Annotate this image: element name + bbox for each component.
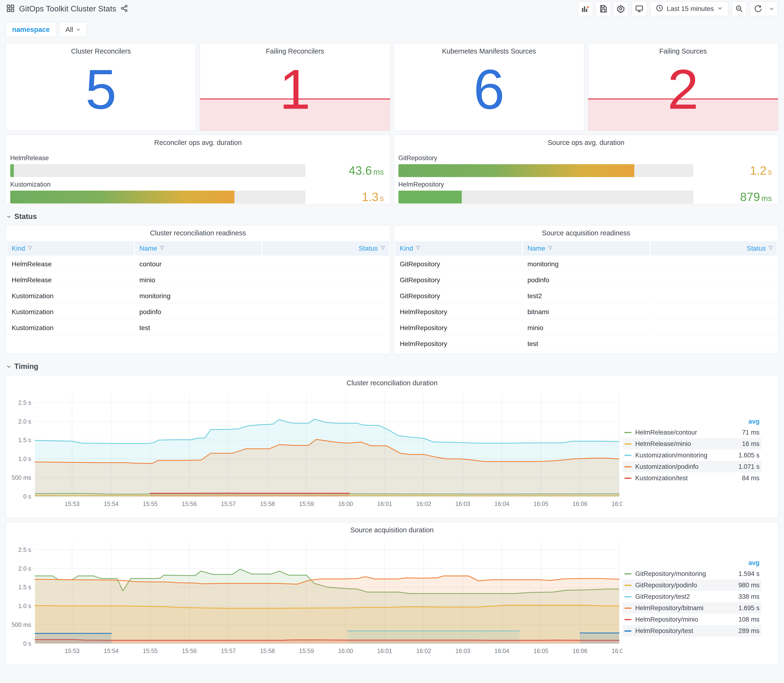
svg-text:1.5 s: 1.5 s [18,584,31,590]
panel-title: Failing Sources [588,43,778,58]
refresh-button[interactable] [750,2,765,16]
gauge-label: GitRepository [398,154,772,162]
series-color-swatch [624,443,632,444]
series-name: Kustomization/test [635,475,719,482]
column-header-kind[interactable]: Kind [395,241,522,256]
svg-text:16:01: 16:01 [377,500,392,507]
filter-funnel-icon[interactable] [415,245,421,250]
variable-namespace-label[interactable]: namespace [6,22,56,37]
svg-text:15:57: 15:57 [221,648,236,654]
section-header-timing[interactable]: Timing [6,362,784,371]
filter-funnel-icon[interactable] [27,245,33,250]
gauge-bar [398,164,635,177]
gauge-panel-reconciler-ops[interactable]: Reconciler ops avg. duration HelmRelease… [6,135,390,204]
section-header-status[interactable]: Status [6,212,784,221]
stat-panel-kubernetes-manifests-sources[interactable]: Kubernetes Manifests Sources 6 [394,43,584,131]
gauge-value: 43.6ms [305,164,384,178]
column-header-name[interactable]: Name [523,241,649,256]
gauge-row-helmrepository: HelmRepository 879ms [398,181,772,204]
svg-text:16:00: 16:00 [338,648,353,654]
timeseries-plot[interactable]: 15:5315:5415:5515:5615:5715:5815:5916:00… [6,537,622,657]
legend-item[interactable]: Kustomization/test 84 ms [622,472,762,484]
filter-funnel-icon[interactable] [548,245,553,250]
svg-text:16:04: 16:04 [494,500,509,507]
stat-panel-failing-reconcilers[interactable]: Failing Reconcilers 1 [200,43,390,131]
table-panel-cluster-reconciliation-readiness[interactable]: Cluster reconciliation readiness KindNam… [6,225,390,354]
chart-panel-source-acquisition-duration[interactable]: Source acquisition duration 15:5315:5415… [6,522,778,665]
svg-text:15:56: 15:56 [182,648,197,654]
cell-kind: HelmRepository [395,337,522,351]
share-icon[interactable] [120,5,128,13]
cell-name: minio [523,321,649,335]
table-header-row: KindNameStatus [395,241,778,256]
gauge-value: 1.3s [305,190,384,204]
series-avg-value: 1.605 s [719,452,760,459]
time-range-picker[interactable]: Last 15 minutes [650,2,728,16]
filter-funnel-icon[interactable] [159,245,165,250]
refresh-interval-dropdown[interactable] [765,2,778,16]
cell-status: Not Ready [651,289,778,303]
table-row: Kustomization monitoring Ready [7,289,389,303]
timeseries-plot[interactable]: 15:5315:5415:5515:5615:5715:5815:5916:00… [6,390,622,510]
gauge-panel-source-ops[interactable]: Source ops avg. duration GitRepository 1… [394,135,779,204]
series-color-swatch [624,619,632,620]
svg-text:15:58: 15:58 [260,500,275,507]
legend-item[interactable]: HelmRelease/contour 71 ms [622,427,762,438]
chart-panel-cluster-reconciliation-duration[interactable]: Cluster reconciliation duration 15:5315:… [6,375,778,518]
legend-item[interactable]: HelmRepository/minio 108 ms [622,614,762,625]
series-avg-value: 16 ms [719,440,760,447]
save-dashboard-button[interactable] [595,2,611,16]
add-panel-button[interactable] [578,2,593,16]
zoom-out-button[interactable] [732,2,747,16]
time-range-label: Last 15 minutes [667,5,714,13]
panel-title: Source acquisition readiness [394,225,778,240]
chart-legend: avg GitRepository/monitoring 1.594 s Git… [622,537,770,657]
series-name: HelmRepository/minio [635,616,719,623]
dashboards-grid-icon[interactable] [6,4,15,14]
panel-title: Failing Reconcilers [200,43,390,58]
legend-item[interactable]: HelmRepository/test 289 ms [622,625,762,637]
cell-name: test [523,337,649,351]
settings-gear-button[interactable] [613,2,628,16]
filter-funnel-icon[interactable] [380,245,385,250]
variable-namespace-value-dropdown[interactable]: All [59,22,87,37]
cell-name: podinfo [135,305,261,319]
stat-value: 1 [200,61,390,117]
stat-panel-failing-sources[interactable]: Failing Sources 2 [588,43,778,131]
svg-text:1.5 s: 1.5 s [18,437,31,443]
table-panel-source-acquisition-readiness[interactable]: Source acquisition readiness KindNameSta… [394,225,779,354]
series-name: GitRepository/monitoring [635,570,719,577]
column-header-name[interactable]: Name [135,241,261,256]
filter-funnel-icon[interactable] [768,245,773,250]
table-row: Kustomization podinfo Ready [7,305,389,319]
gauge-value: 1.2s [693,164,772,178]
legend-avg-header[interactable]: avg [622,417,762,427]
series-avg-value: 84 ms [719,475,760,482]
legend-item[interactable]: GitRepository/test2 338 ms [622,591,762,602]
series-name: GitRepository/test2 [635,593,719,600]
series-color-swatch [624,478,632,479]
svg-text:500 ms: 500 ms [12,621,31,628]
column-header-kind[interactable]: Kind [7,241,134,256]
series-name: Kustomization/monitoring [635,452,719,459]
legend-item[interactable]: Kustomization/monitoring 1.605 s [622,449,762,461]
column-header-status[interactable]: Status [262,241,389,256]
legend-item[interactable]: GitRepository/monitoring 1.594 s [622,568,762,579]
series-avg-value: 71 ms [719,429,760,436]
legend-item[interactable]: GitRepository/podinfo 980 ms [622,579,762,591]
cell-name: podinfo [523,273,649,287]
legend-avg-header[interactable]: avg [622,558,762,568]
svg-text:0 s: 0 s [23,493,31,500]
gauges-row: Reconciler ops avg. duration HelmRelease… [6,135,778,204]
legend-item[interactable]: HelmRepository/bitnami 1.695 s [622,602,762,614]
legend-item[interactable]: HelmRelease/minio 16 ms [622,438,762,449]
svg-text:16:03: 16:03 [455,648,470,654]
svg-text:15:56: 15:56 [182,500,197,507]
cell-kind: Kustomization [7,321,134,335]
legend-item[interactable]: Kustomization/podinfo 1.071 s [622,461,762,472]
column-header-status[interactable]: Status [651,241,778,256]
table-row: GitRepository podinfo Ready [395,273,778,287]
cell-status: Not Ready [262,321,389,335]
stat-panel-cluster-reconcilers[interactable]: Cluster Reconcilers 5 [6,43,196,131]
cycle-view-mode-button[interactable] [632,2,647,16]
